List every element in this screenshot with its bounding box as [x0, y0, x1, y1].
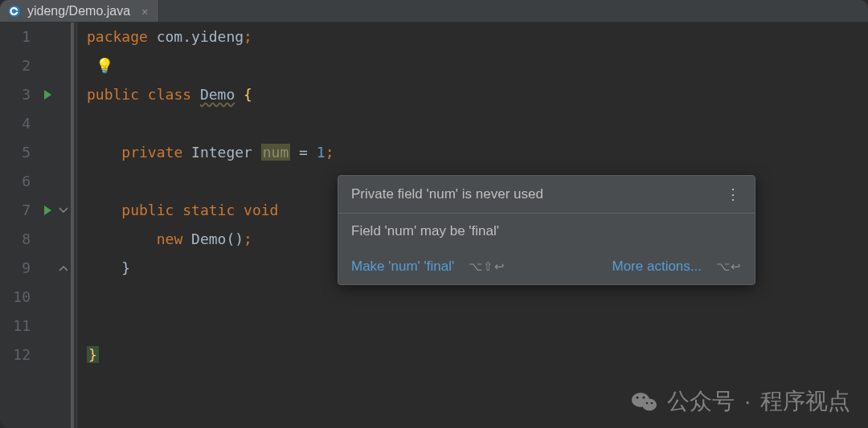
line-number[interactable]: 2 — [0, 51, 31, 80]
line-number[interactable]: 8 — [0, 225, 31, 254]
watermark-dot: · — [744, 389, 751, 414]
line-number[interactable]: 10 — [0, 283, 31, 312]
watermark-text: 程序视点 — [760, 386, 850, 417]
fold-start-icon[interactable] — [56, 196, 71, 225]
run-gutter-icon[interactable] — [39, 196, 56, 225]
intention-bulb-icon[interactable]: 💡 — [96, 57, 113, 74]
code-line[interactable] — [87, 109, 868, 138]
run-gutter-icon[interactable] — [39, 80, 56, 109]
line-number[interactable]: 5 — [0, 138, 31, 167]
code-line[interactable]: public class Demo { — [87, 80, 868, 109]
tab-label: yideng/Demo.java — [27, 4, 130, 18]
svg-point-4 — [643, 396, 645, 398]
tooltip-more-icon[interactable]: ⋮ — [726, 185, 742, 203]
matched-brace: } — [87, 346, 99, 363]
line-number[interactable]: 1 — [0, 22, 31, 51]
line-number[interactable]: 6 — [0, 167, 31, 196]
svg-point-3 — [637, 396, 639, 398]
watermark: 公众号 · 程序视点 — [630, 386, 850, 417]
svg-point-6 — [651, 402, 653, 405]
code-line[interactable]: package com.yideng; — [87, 22, 868, 51]
fold-end-icon[interactable] — [56, 254, 71, 283]
code-line[interactable]: 💡 — [87, 51, 868, 80]
line-number[interactable]: 12 — [0, 340, 31, 369]
line-number[interactable]: 9 — [0, 254, 31, 283]
quickfix-link[interactable]: Make 'num' 'final' — [351, 259, 454, 275]
line-number[interactable]: 11 — [0, 312, 31, 340]
svg-point-2 — [642, 399, 657, 411]
file-tab[interactable]: yideng/Demo.java ✕ — [0, 0, 159, 22]
line-number[interactable]: 4 — [0, 109, 31, 138]
watermark-text: 公众号 — [667, 386, 735, 417]
java-class-icon — [8, 5, 21, 18]
shortcut-hint: ⌥↩ — [716, 259, 742, 274]
wechat-icon — [630, 387, 659, 416]
close-tab-icon[interactable]: ✕ — [141, 5, 148, 18]
gutter-fold-marks — [56, 22, 74, 428]
code-line[interactable] — [87, 312, 868, 340]
tab-bar: yideng/Demo.java ✕ — [0, 0, 868, 22]
line-number[interactable]: 3 — [0, 80, 31, 109]
line-number[interactable]: 7 — [0, 196, 31, 225]
line-numbers: 1 2 3 4 5 6 7 8 9 10 11 12 — [0, 22, 39, 428]
svg-point-5 — [646, 402, 649, 405]
tooltip-actions: Make 'num' 'final' ⌥⇧↩ More actions... ⌥… — [338, 249, 755, 284]
tooltip-message: Field 'num' may be 'final' — [338, 214, 755, 249]
highlighted-field[interactable]: num — [261, 144, 291, 161]
inspection-tooltip: Private field 'num' is never used ⋮ Fiel… — [338, 175, 755, 285]
gutter: 1 2 3 4 5 6 7 8 9 10 11 12 — [0, 22, 77, 428]
gutter-run-marks — [39, 22, 56, 428]
code-line[interactable]: private Integer num = 1; — [87, 138, 868, 167]
more-actions-link[interactable]: More actions... — [612, 259, 702, 275]
code-line[interactable] — [87, 283, 868, 312]
code-line[interactable]: } — [87, 340, 868, 369]
shortcut-hint: ⌥⇧↩ — [469, 259, 506, 274]
tooltip-message: Private field 'num' is never used ⋮ — [338, 176, 755, 213]
